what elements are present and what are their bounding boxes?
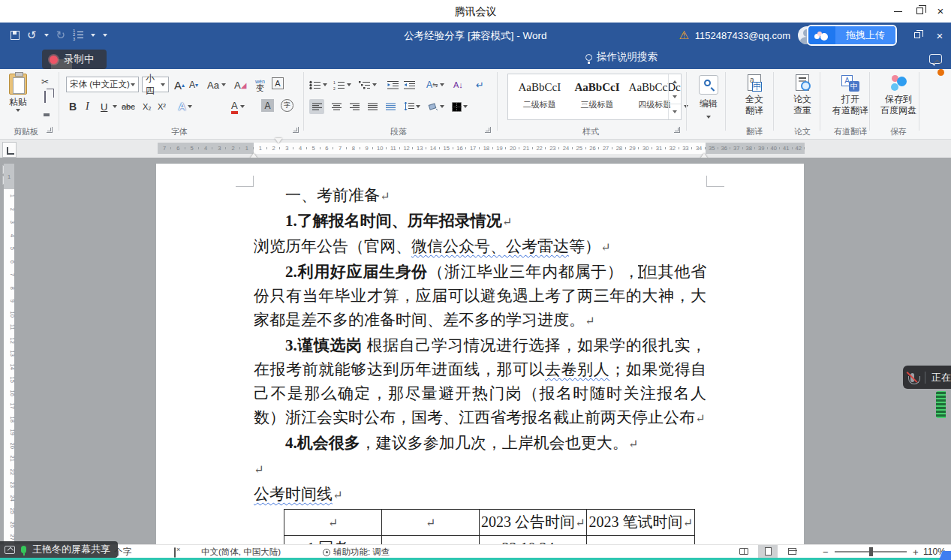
cut-icon[interactable]: ✂ [39, 77, 51, 87]
collapse-ribbon-icon[interactable] [934, 59, 942, 64]
table-cell[interactable]: ↵ [284, 510, 382, 536]
addin-tool-button[interactable]: 全文 翻译 翻译 [731, 74, 778, 116]
language-status[interactable]: 中文(简体, 中国大陆) [201, 546, 281, 558]
word-restore-button[interactable] [906, 23, 928, 48]
ribbon-tab[interactable] [198, 59, 219, 69]
subscript-button[interactable]: X₂ [143, 99, 152, 114]
styles-scroll-down-icon[interactable] [669, 89, 681, 104]
vertical-ruler[interactable]: 1 12345678910111213141516171819202122232… [4, 158, 14, 544]
table-cell[interactable]: 2023 笔试时间↵ [587, 510, 694, 536]
table-cell[interactable]: 1.国考↵ [284, 536, 382, 545]
shading-button[interactable] [428, 99, 444, 114]
horizontal-ruler[interactable]: 7654321 12345678910111213141516171819202… [158, 143, 805, 154]
paragraph[interactable]: 2.利用好应届生身份（浙江毕业三年内都属于），但其他省份只有当年毕业才算，应届可… [254, 260, 706, 333]
font-dialog-launcher[interactable] [293, 127, 299, 133]
edit-group-button[interactable]: 编辑 [694, 75, 724, 121]
justify-button[interactable] [365, 99, 380, 114]
styles-more-icon[interactable] [669, 104, 681, 119]
style-card[interactable]: AaBbCcI 二级标题 [513, 77, 566, 119]
bullets-button[interactable] [309, 77, 327, 92]
baidu-upload-widget[interactable]: 拖拽上传 [807, 25, 897, 46]
font-color-button[interactable]: A [231, 99, 245, 114]
copy-icon[interactable] [39, 92, 51, 102]
paste-dropdown-icon[interactable] [16, 109, 20, 112]
bold-button[interactable]: B [69, 99, 77, 114]
table-cell[interactable]: ↵ [587, 536, 694, 545]
change-case-button[interactable]: Aa [207, 77, 226, 92]
paragraph[interactable]: 一、考前准备↵ [254, 183, 706, 209]
tellme-search[interactable]: 操作说明搜索 [578, 46, 665, 69]
read-mode-button[interactable] [734, 545, 754, 558]
tab-selector[interactable] [2, 142, 17, 158]
increase-indent-button[interactable] [404, 77, 415, 92]
sort-button[interactable]: A↓ [453, 77, 463, 92]
style-card[interactable]: AaBbCcI 三级标题 [571, 77, 624, 119]
clipboard-dialog-launcher[interactable] [47, 127, 53, 133]
ribbon-tab[interactable] [114, 59, 135, 69]
paragraph[interactable]: 公考时间线↵ [254, 482, 706, 507]
ribbon-tab[interactable] [135, 59, 156, 69]
align-right-button[interactable] [347, 99, 362, 114]
paste-button[interactable]: 粘贴 [9, 74, 27, 112]
zoom-slider[interactable] [835, 551, 907, 552]
first-line-indent-marker[interactable] [275, 138, 282, 143]
paragraph[interactable]: 1.了解报名时间、历年招录情况↵ [254, 209, 706, 234]
grow-font-button[interactable]: A▴ [174, 77, 185, 92]
underline-dropdown-icon[interactable] [113, 105, 117, 108]
text-effects-button[interactable]: A [179, 99, 192, 114]
addin-tool-button[interactable]: 保存到 百度网盘 保存 [875, 74, 922, 116]
show-marks-button[interactable]: ↵ [476, 77, 484, 92]
zoom-out-button[interactable]: − [823, 546, 829, 558]
asian-layout-button[interactable]: A⇋ [426, 77, 444, 92]
table-cell[interactable]: ↵ [382, 510, 480, 536]
document-text[interactable]: 一、考前准备↵1.了解报名时间、历年招录情况↵浏览历年公告（官网、微信公众号、公… [254, 183, 706, 544]
clear-formatting-button[interactable]: A◢ [234, 77, 246, 92]
spellcheck-icon[interactable] [174, 548, 176, 557]
meeting-restore-button[interactable] [913, 6, 925, 17]
numbering-button[interactable]: 12 [333, 77, 351, 92]
accessibility-status[interactable]: 辅助功能: 调查 [323, 546, 390, 558]
table-cell[interactable]: 2023 公告时间↵ [480, 510, 587, 536]
character-border-button[interactable]: A [272, 77, 284, 89]
italic-button[interactable]: I [86, 99, 89, 114]
drag-upload-button[interactable]: 拖拽上传 [835, 26, 895, 44]
font-name-combo[interactable]: 宋体 (中文正文) [66, 77, 139, 92]
styles-scroll-up-icon[interactable] [669, 74, 681, 89]
paragraph[interactable]: 浏览历年公告（官网、微信公众号、公考雷达等）↵ [254, 234, 706, 260]
phonetic-guide-button[interactable]: wén变 [255, 77, 265, 92]
underline-button[interactable]: U [101, 99, 107, 114]
meeting-minimize-button[interactable] [892, 6, 904, 17]
ribbon-tab[interactable] [177, 59, 198, 69]
screen-share-badge[interactable]: 王艳冬的屏幕共享 [0, 541, 118, 558]
zoom-slider-thumb[interactable] [869, 547, 873, 556]
print-layout-button[interactable] [758, 545, 778, 558]
ribbon-tab[interactable] [240, 59, 261, 69]
superscript-button[interactable]: X² [158, 99, 166, 114]
borders-button[interactable] [452, 99, 468, 114]
page[interactable]: 一、考前准备↵1.了解报名时间、历年招录情况↵浏览历年公告（官网、微信公众号、公… [156, 164, 804, 544]
table-cell[interactable]: ↵ [382, 536, 480, 545]
paragraph[interactable]: ↵ [254, 456, 706, 482]
distribute-button[interactable] [383, 99, 398, 114]
ribbon-tab[interactable] [261, 59, 282, 69]
paragraph-dialog-launcher[interactable] [485, 127, 491, 133]
table-cell[interactable]: 22.10.24↵ [480, 536, 587, 545]
meeting-close-button[interactable]: × [934, 6, 946, 17]
paragraph[interactable]: 3.谨慎选岗 根据自己学习情况进行选择，如果学的很扎实，在报考前就能够达到历年进… [254, 333, 706, 431]
decrease-indent-button[interactable] [387, 77, 399, 92]
align-center-button[interactable] [329, 99, 344, 114]
addin-tool-button[interactable]: 打开 有道翻译 有道翻译 [827, 74, 874, 116]
shrink-font-button[interactable]: A▾ [189, 77, 198, 92]
styles-dialog-launcher[interactable] [674, 127, 680, 133]
document-table[interactable]: ↵↵2023 公告时间↵2023 笔试时间↵1.国考↵↵22.10.24↵↵ [284, 509, 695, 544]
line-spacing-button[interactable] [404, 99, 420, 114]
ribbon-tab[interactable] [219, 59, 240, 69]
word-close-button[interactable]: × [928, 23, 951, 48]
account-email[interactable]: 1152487433@qq.com [695, 30, 790, 41]
zoom-in-button[interactable]: + [913, 546, 919, 558]
align-left-button[interactable] [309, 99, 324, 114]
addin-tool-button[interactable]: 论文 查重 论文 [779, 74, 826, 116]
font-size-combo[interactable]: 小四 [142, 77, 169, 92]
format-painter-icon[interactable] [39, 107, 51, 117]
strikethrough-button[interactable]: abc [122, 99, 135, 114]
